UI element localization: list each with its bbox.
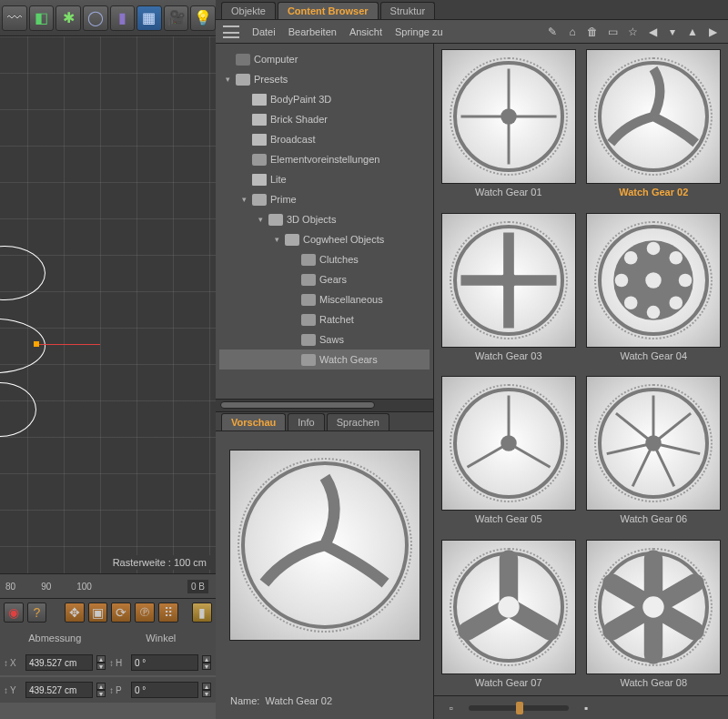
tree-item-label: Miscellaneous	[319, 294, 383, 305]
tool-array-icon[interactable]: ✱	[56, 5, 81, 31]
psr-button[interactable]: Ⓟ	[135, 603, 155, 623]
tree-item[interactable]: ▾Cogwheel Objects	[219, 229, 430, 249]
tool-shell-icon[interactable]: ◯	[83, 5, 108, 31]
move-tool-button[interactable]: ✥	[65, 603, 85, 623]
fwd-icon[interactable]: ▶	[704, 24, 721, 40]
up-icon[interactable]: ▲	[684, 24, 701, 40]
asset-label: Watch Gear 08	[620, 677, 687, 688]
x-stepper[interactable]: ▴▾	[96, 655, 106, 670]
preset-tree[interactable]: Computer▾PresetsBodyPaint 3DBrick Shader…	[216, 44, 433, 399]
tree-item[interactable]: Elementvoreinstellungen	[219, 149, 430, 169]
asset-item[interactable]: Watch Gear 02	[585, 49, 723, 206]
tool-camera-icon[interactable]: 🎥	[164, 5, 189, 31]
record-button[interactable]: ◉	[4, 603, 24, 623]
scale-tool-button[interactable]: ▣	[88, 603, 108, 623]
tree-item[interactable]: Clutches	[219, 249, 430, 269]
menu-datei[interactable]: Datei	[252, 26, 276, 37]
svg-point-12	[500, 435, 517, 451]
tool-light-icon[interactable]: 💡	[190, 5, 216, 31]
twisty-icon[interactable]: ▾	[272, 235, 281, 244]
x-dimension-field[interactable]: 439.527 cm	[25, 654, 93, 671]
menu-ansicht[interactable]: Ansicht	[349, 26, 382, 37]
tree-column: Computer▾PresetsBodyPaint 3DBrick Shader…	[216, 44, 434, 719]
raster-width-label: Rasterweite : 100 cm	[109, 555, 210, 570]
tree-item[interactable]: Saws	[219, 329, 430, 349]
asset-item[interactable]: Watch Gear 03	[440, 213, 578, 370]
menu-bearbeiten[interactable]: Bearbeiten	[288, 26, 337, 37]
home-icon[interactable]: ⌂	[564, 24, 581, 40]
twisty-icon[interactable]: ▾	[256, 215, 265, 224]
asset-item[interactable]: Watch Gear 08	[585, 540, 723, 696]
h-stepper[interactable]: ▴▾	[202, 655, 211, 670]
thumbnail-size-slider[interactable]	[469, 705, 569, 711]
tree-item[interactable]: Miscellaneous	[219, 289, 430, 309]
back-icon[interactable]: ◀	[644, 24, 661, 40]
tree-item[interactable]: Computer	[219, 49, 430, 69]
axis-origin-icon[interactable]	[34, 341, 39, 347]
y-stepper[interactable]: ▴▾	[96, 683, 106, 697]
tab-content-browser[interactable]: Content Browser	[278, 2, 379, 19]
tab-vorschau[interactable]: Vorschau	[221, 413, 286, 430]
viewport-3d[interactable]: Rasterweite : 100 cm	[0, 36, 216, 573]
tab-info[interactable]: Info	[288, 413, 324, 430]
twisty-icon[interactable]: ▾	[223, 75, 232, 84]
tree-item[interactable]: Brick Shader	[219, 109, 430, 129]
tree-item[interactable]: Gears	[219, 269, 430, 289]
tree-item-label: Clutches	[319, 254, 359, 265]
view-large-icon[interactable]: ▪	[578, 700, 594, 716]
tree-item[interactable]: ▾Presets	[219, 69, 430, 89]
asset-item[interactable]: Watch Gear 06	[585, 376, 723, 532]
p-stepper[interactable]: ▴▾	[202, 683, 211, 697]
tab-objekte[interactable]: Objekte	[221, 2, 276, 19]
tree-item[interactable]: Ratchet	[219, 309, 430, 329]
rotate-tool-button[interactable]: ⟳	[111, 603, 131, 623]
grid-button[interactable]: ⠿	[158, 603, 178, 623]
tree-item[interactable]: ▾Prime	[219, 189, 430, 209]
tree-item-label: Presets	[254, 74, 288, 85]
asset-thumbnail	[586, 49, 721, 184]
trash-icon[interactable]: 🗑	[584, 24, 601, 40]
asset-grid[interactable]: Watch Gear 01 Watch Gear 02 Watch Gear 0…	[434, 44, 728, 695]
asset-item[interactable]: Watch Gear 07	[440, 540, 578, 696]
star-icon[interactable]: ☆	[624, 24, 641, 40]
svg-point-6	[624, 296, 638, 309]
tree-item-label: BodyPaint 3D	[270, 94, 331, 105]
menu-icon[interactable]	[223, 25, 239, 38]
content-browser-panel: Objekte Content Browser Struktur Datei B…	[216, 0, 728, 719]
menu-springe-zu[interactable]: Springe zu	[395, 26, 443, 37]
timeline-tick: 100	[76, 582, 92, 592]
view-small-icon[interactable]: ▫	[443, 700, 460, 716]
y-dimension-field[interactable]: 439.527 cm	[25, 682, 93, 698]
svg-point-8	[624, 250, 638, 264]
tool-deformer-icon[interactable]: ▮	[110, 5, 136, 31]
asset-item[interactable]: Watch Gear 01	[440, 49, 578, 206]
tab-struktur[interactable]: Struktur	[380, 2, 436, 19]
p-angle-field[interactable]: 0 °	[131, 682, 198, 698]
tool-cube-icon[interactable]: ◧	[29, 5, 55, 31]
timeline-ruler[interactable]: 80 90 100 0 B	[0, 573, 216, 599]
tool-extrude-icon[interactable]: 〰	[2, 5, 27, 31]
tool-grid-icon[interactable]: ▦	[136, 5, 162, 31]
svg-point-0	[500, 108, 517, 125]
asset-item[interactable]: Watch Gear 04	[585, 213, 723, 370]
folder-icon	[301, 314, 316, 326]
tree-item[interactable]: BodyPaint 3D	[219, 89, 430, 109]
tree-item[interactable]: Watch Gears	[219, 349, 430, 370]
dimension-header: Abmessung	[4, 633, 106, 643]
nav-icon[interactable]: ▾	[664, 24, 681, 40]
twisty-icon[interactable]: ▾	[239, 195, 248, 204]
asset-item[interactable]: Watch Gear 05	[440, 376, 578, 532]
book-icon[interactable]: ▭	[604, 24, 621, 40]
coord-row-x: ↕ X 439.527 cm ▴▾ ↕ H 0 ° ▴▾	[0, 650, 216, 675]
h-angle-field[interactable]: 0 °	[131, 654, 198, 671]
tree-item[interactable]: Broadcast	[219, 129, 430, 149]
keyframe-button[interactable]: ▮	[192, 603, 212, 623]
tree-scrollbar[interactable]	[216, 399, 433, 411]
tab-sprachen[interactable]: Sprachen	[327, 413, 389, 430]
folder-icon	[301, 274, 316, 286]
tree-item[interactable]: Lite	[219, 169, 430, 189]
edit-icon[interactable]: ✎	[544, 24, 561, 40]
help-button[interactable]: ?	[27, 603, 47, 623]
tree-item[interactable]: ▾3D Objects	[219, 209, 430, 229]
transport-row: ◉ ? ✥ ▣ ⟳ Ⓟ ⠿ ▮	[0, 599, 216, 626]
